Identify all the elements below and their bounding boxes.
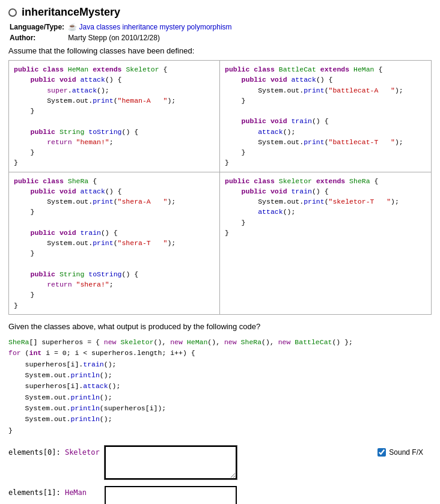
link-polymorphism[interactable]: polymorphism	[187, 23, 232, 31]
element-label-1: elements[1]: HeMan	[8, 486, 105, 497]
circle-icon	[8, 8, 17, 17]
link-inheritance[interactable]: inheritance mystery	[123, 23, 185, 31]
author-value: Marty Stepp (on 2010/12/28)	[68, 33, 234, 43]
answer-area-0	[105, 446, 249, 481]
code-grid: public class HeMan extends Skeletor { pu…	[8, 60, 432, 315]
sound-fx-label: Sound F/X	[389, 448, 423, 457]
question-text: Given the classes above, what output is …	[8, 322, 432, 331]
sound-fx-checkbox[interactable]	[377, 448, 386, 457]
answer-textarea-1[interactable]	[105, 486, 237, 504]
answer-area-1	[105, 486, 249, 504]
java-icon: ☕	[68, 23, 77, 31]
link-java[interactable]: Java	[79, 23, 94, 31]
intro-text: Assume that the following classes have b…	[8, 46, 432, 55]
class-heman: public class HeMan extends Skeletor { pu…	[9, 61, 220, 172]
element-label-0: elements[0]: Skeletor	[8, 446, 105, 457]
answer-section: elements[0]: Skeletor Sound F/X elements…	[8, 446, 432, 504]
author-label: Author:	[10, 33, 67, 43]
meta-table: Language/Type: ☕ Java classes inheritanc…	[8, 21, 236, 44]
meta-language: ☕ Java classes inheritance mystery polym…	[68, 22, 234, 32]
link-classes[interactable]: classes	[96, 23, 120, 31]
class-battlecat: public class BattleCat extends HeMan { p…	[220, 61, 431, 172]
page-title: inheritanceMystery	[22, 6, 120, 19]
language-label: Language/Type:	[10, 22, 67, 32]
answer-textarea-0[interactable]	[105, 446, 237, 479]
code-block: SheRa[] superheros = { new Skeletor(), n…	[8, 336, 432, 438]
class-shera: public class SheRa { public void attack(…	[9, 172, 220, 314]
class-skeletor: public class Skeletor extends SheRa { pu…	[220, 172, 431, 314]
